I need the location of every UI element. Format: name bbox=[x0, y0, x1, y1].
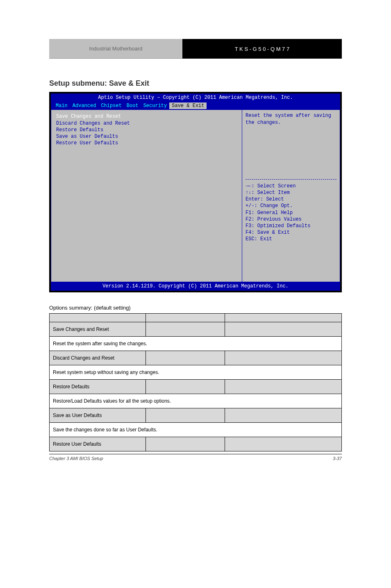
bios-key-esc: ESC: Exit bbox=[246, 236, 336, 242]
page-header: Industrial Motherboard T K S - G 5 0 - Q… bbox=[49, 39, 342, 59]
table-row: Save the changes done so far as User Def… bbox=[50, 422, 342, 437]
bios-title-bar: Aptio Setup Utility – Copyright (C) 2011… bbox=[51, 93, 340, 102]
bios-key-change-opt: +/-: Change Opt. bbox=[246, 203, 336, 209]
option-name-cell: Restore User Defaults bbox=[50, 437, 146, 451]
footer-divider bbox=[49, 454, 342, 454]
option-description-cell: Reset system setup without saving any ch… bbox=[50, 365, 342, 379]
bios-key-select-screen: →←: Select Screen bbox=[246, 183, 336, 189]
option-cell bbox=[225, 408, 341, 422]
option-cell bbox=[225, 437, 341, 451]
table-row: Discard Changes and Reset bbox=[50, 351, 342, 365]
bios-item-save-changes-reset[interactable]: Save Changes and Reset bbox=[56, 113, 237, 120]
option-name-cell: Discard Changes and Reset bbox=[50, 351, 146, 365]
bios-key-f3: F3: Optimized Defaults bbox=[246, 223, 336, 229]
option-description-cell: Save the changes done so far as User Def… bbox=[50, 422, 342, 437]
bios-key-enter: Enter: Select bbox=[246, 196, 336, 203]
option-cell bbox=[225, 351, 341, 365]
bios-tab-security[interactable]: Security bbox=[141, 103, 170, 109]
table-row: Restore Defaults bbox=[50, 379, 342, 394]
bios-key-f4: F4: Save & Exit bbox=[246, 229, 336, 236]
bios-window: Aptio Setup Utility – Copyright (C) 2011… bbox=[49, 92, 342, 292]
page-footer: Chapter 3 AMI BIOS Setup 3-37 bbox=[49, 456, 342, 461]
bios-key-f1: F1: General Help bbox=[246, 210, 336, 216]
section-title: Setup submenu: Save & Exit bbox=[49, 79, 342, 88]
option-description-cell: Reset the system after saving the change… bbox=[50, 336, 342, 351]
bios-menu-list: Save Changes and Reset Discard Changes a… bbox=[51, 110, 242, 282]
table-row: Reset the system after saving the change… bbox=[50, 336, 342, 351]
bios-key-select-item: ↑↓: Select Item bbox=[246, 189, 336, 196]
bios-key-f2: F2: Previous Values bbox=[246, 216, 336, 223]
table-row: Save Changes and Reset bbox=[50, 322, 342, 336]
bios-key-hints: →←: Select Screen ↑↓: Select Item Enter:… bbox=[246, 183, 336, 243]
option-cell bbox=[146, 322, 225, 336]
table-row: Reset system setup without saving any ch… bbox=[50, 365, 342, 379]
options-summary-label: Options summary: (default setting) bbox=[49, 305, 342, 311]
option-description-cell: Restore/Load Defaults values for all the… bbox=[50, 394, 342, 408]
bios-tab-main[interactable]: Main bbox=[53, 103, 70, 109]
table-header-cell bbox=[50, 313, 146, 322]
table-header-row bbox=[50, 313, 342, 322]
options-table: Save Changes and Reset Reset the system … bbox=[49, 313, 342, 451]
option-cell bbox=[146, 437, 225, 451]
option-name-cell: Restore Defaults bbox=[50, 379, 146, 394]
table-row: Restore User Defaults bbox=[50, 437, 342, 451]
footer-chapter: Chapter 3 AMI BIOS Setup bbox=[49, 456, 103, 461]
bios-body: Save Changes and Reset Discard Changes a… bbox=[51, 110, 340, 282]
table-header-cell bbox=[225, 313, 341, 322]
table-row: Save as User Defaults bbox=[50, 408, 342, 422]
bios-tab-boot[interactable]: Boot bbox=[124, 103, 141, 109]
header-right: T K S - G 5 0 - Q M 7 7 bbox=[182, 39, 342, 59]
option-cell bbox=[146, 408, 225, 422]
bios-item-discard-changes-reset[interactable]: Discard Changes and Reset bbox=[56, 120, 237, 127]
bios-footer: Version 2.14.1219. Copyright (C) 2011 Am… bbox=[51, 282, 340, 290]
bios-tab-save-exit[interactable]: Save & Exit bbox=[169, 103, 207, 109]
option-cell bbox=[146, 379, 225, 394]
bios-help-pane: Reset the system after saving the change… bbox=[242, 110, 340, 282]
bios-tab-chipset[interactable]: Chipset bbox=[98, 103, 124, 109]
bios-help-divider bbox=[246, 179, 336, 180]
bios-tab-advanced[interactable]: Advanced bbox=[70, 103, 99, 109]
bios-item-restore-defaults[interactable]: Restore Defaults bbox=[56, 127, 237, 133]
option-cell bbox=[225, 379, 341, 394]
option-cell bbox=[146, 351, 225, 365]
table-header-cell bbox=[146, 313, 225, 322]
option-cell bbox=[225, 322, 341, 336]
option-name-cell: Save as User Defaults bbox=[50, 408, 146, 422]
table-row: Restore/Load Defaults values for all the… bbox=[50, 394, 342, 408]
bios-menu-tabs: Main Advanced Chipset Boot Security Save… bbox=[51, 102, 340, 110]
option-name-cell: Save Changes and Reset bbox=[50, 322, 146, 336]
bios-help-text: Reset the system after saving the change… bbox=[246, 112, 336, 125]
bios-item-save-user-defaults[interactable]: Save as User Defaults bbox=[56, 133, 237, 140]
footer-page-number: 3-37 bbox=[333, 456, 342, 461]
bios-item-restore-user-defaults[interactable]: Restore User Defaults bbox=[56, 140, 237, 146]
header-left: Industrial Motherboard bbox=[49, 39, 182, 59]
